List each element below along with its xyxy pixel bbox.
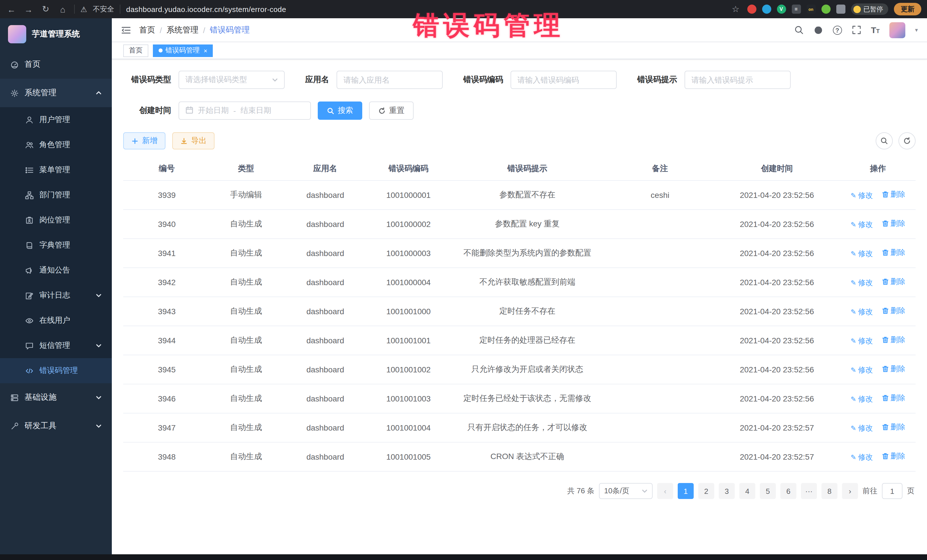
cell-message: 只有开启状态的任务，才可以修改 — [448, 413, 607, 442]
prev-page-button[interactable]: ‹ — [657, 483, 673, 499]
sidebar-item-label: 字典管理 — [40, 240, 70, 250]
delete-link[interactable]: 删除 — [882, 276, 905, 287]
sidebar-item-sms[interactable]: 短信管理 — [0, 333, 112, 358]
sidebar-logo-row[interactable]: 芋道管理系统 — [0, 18, 112, 50]
sidebar-item-dev-tools[interactable]: 研发工具 — [0, 412, 112, 440]
add-button[interactable]: 新增 — [123, 132, 166, 149]
page-size-select[interactable]: 10条/页 — [599, 483, 653, 499]
home-icon[interactable]: ⌂ — [57, 4, 68, 14]
breadcrumb-system[interactable]: 系统管理 — [167, 25, 199, 35]
date-range-picker[interactable]: 开始日期 - 结束日期 — [179, 102, 311, 120]
page-button[interactable]: 2 — [698, 483, 714, 499]
leaf-extension-icon[interactable] — [821, 5, 830, 14]
edit-link[interactable]: ✎修改 — [851, 423, 873, 433]
edit-link[interactable]: ✎修改 — [851, 336, 873, 346]
search-icon[interactable] — [794, 25, 804, 35]
sidebar-item-notices[interactable]: 通知公告 — [0, 258, 112, 283]
page-button[interactable]: 5 — [760, 483, 776, 499]
delete-link[interactable]: 删除 — [882, 335, 905, 345]
edit-label: 修改 — [858, 220, 873, 230]
delete-link[interactable]: 删除 — [882, 422, 905, 432]
font-size-icon[interactable]: TT — [871, 25, 880, 35]
sidebar-item-home[interactable]: 首页 — [0, 50, 112, 79]
edit-link[interactable]: ✎修改 — [851, 307, 873, 317]
sidebar-item-error-code[interactable]: 错误码管理 — [0, 358, 112, 383]
table-row: 3948 自动生成 dashboard 1001001005 CRON 表达式不… — [123, 442, 916, 471]
sidebar-item-positions[interactable]: 岗位管理 — [0, 208, 112, 233]
tab-error-code[interactable]: 错误码管理 × — [153, 44, 213, 57]
edit-link[interactable]: ✎修改 — [851, 394, 873, 404]
bars-extension-icon[interactable]: ≡ — [792, 5, 801, 14]
sidebar-item-system[interactable]: 系统管理 — [0, 79, 112, 107]
cell-id: 3943 — [123, 297, 211, 326]
toggle-search-icon[interactable] — [876, 132, 893, 149]
sidebar-item-users[interactable]: 用户管理 — [0, 107, 112, 132]
reload-icon[interactable]: ↻ — [40, 4, 51, 14]
sidebar-item-roles[interactable]: 角色管理 — [0, 132, 112, 157]
table-row: 3942 自动生成 dashboard 1001000004 不允许获取敏感配置… — [123, 268, 916, 297]
bookmark-star-icon[interactable]: ☆ — [730, 4, 741, 14]
reset-button[interactable]: 重置 — [369, 102, 413, 120]
edit-link[interactable]: ✎修改 — [851, 190, 873, 201]
breadcrumb-home[interactable]: 首页 — [139, 25, 155, 35]
sidebar-toggle-icon[interactable] — [121, 25, 131, 35]
cell-id: 3946 — [123, 384, 211, 413]
adblock-extension-icon[interactable] — [747, 5, 756, 14]
export-button[interactable]: 导出 — [172, 132, 214, 149]
page-button[interactable]: ··· — [801, 483, 817, 499]
page-button[interactable]: 4 — [739, 483, 755, 499]
profile-paused-badge[interactable]: 已暂停 — [851, 3, 888, 15]
help-icon[interactable]: ? — [833, 25, 842, 35]
app-name-input[interactable] — [343, 76, 436, 84]
error-message-input[interactable] — [691, 76, 784, 84]
error-code-input[interactable] — [517, 76, 610, 84]
back-icon[interactable]: ← — [6, 4, 17, 14]
edit-link[interactable]: ✎修改 — [851, 249, 873, 259]
sidebar-item-infrastructure[interactable]: 基础设施 — [0, 383, 112, 412]
github-icon[interactable] — [813, 25, 823, 35]
page-button[interactable]: 3 — [719, 483, 735, 499]
delete-link[interactable]: 删除 — [882, 306, 905, 316]
on-badge-extension-icon[interactable]: on — [806, 5, 816, 14]
goto-page-input[interactable] — [882, 483, 903, 499]
sidebar-item-label: 通知公告 — [40, 265, 70, 275]
refresh-table-icon[interactable] — [898, 132, 916, 149]
delete-link[interactable]: 删除 — [882, 219, 905, 229]
screen: 错误码管理 ← → ↻ ⌂ ⚠ 不安全 dashboard.yudao.ioco… — [0, 0, 927, 560]
search-button[interactable]: 搜索 — [318, 102, 362, 120]
delete-label: 删除 — [891, 189, 905, 200]
edit-link[interactable]: ✎修改 — [851, 220, 873, 230]
page-button[interactable]: 1 — [678, 483, 694, 499]
sidebar-item-dictionary[interactable]: 字典管理 — [0, 233, 112, 258]
close-tab-icon[interactable]: × — [204, 47, 207, 54]
sidebar-item-departments[interactable]: 部门管理 — [0, 182, 112, 208]
delete-link[interactable]: 删除 — [882, 247, 905, 258]
puzzle-extensions-icon[interactable] — [836, 5, 845, 14]
address-bar[interactable]: dashboard.yudao.iocoder.cn/system/error-… — [126, 5, 286, 14]
sidebar-item-menus[interactable]: 菜单管理 — [0, 157, 112, 182]
page-button[interactable]: 8 — [821, 483, 837, 499]
sidebar-item-online-users[interactable]: 在线用户 — [0, 308, 112, 333]
error-type-select[interactable]: 请选择错误码类型 — [179, 71, 285, 89]
next-page-button[interactable]: › — [842, 483, 858, 499]
edit-link[interactable]: ✎修改 — [851, 365, 873, 375]
sidebar-item-audit-log[interactable]: 审计日志 — [0, 283, 112, 308]
drop-extension-icon[interactable] — [762, 5, 771, 14]
avatar-caret-icon[interactable]: ▾ — [915, 27, 918, 33]
v-extension-icon[interactable]: V — [777, 5, 786, 14]
delete-link[interactable]: 删除 — [882, 451, 905, 461]
fullscreen-icon[interactable] — [851, 25, 861, 35]
page-button[interactable]: 6 — [780, 483, 796, 499]
forward-icon[interactable]: → — [23, 4, 34, 14]
search-icon — [327, 107, 334, 114]
user-avatar[interactable] — [889, 22, 905, 38]
edit-link[interactable]: ✎修改 — [851, 452, 873, 463]
delete-link[interactable]: 删除 — [882, 364, 905, 374]
delete-link[interactable]: 删除 — [882, 189, 905, 200]
edit-link[interactable]: ✎修改 — [851, 278, 873, 288]
delete-label: 删除 — [891, 219, 905, 229]
tab-home[interactable]: 首页 — [123, 44, 148, 57]
cell-created: 2021-04-20 23:52:56 — [714, 355, 840, 384]
delete-link[interactable]: 删除 — [882, 393, 905, 403]
chrome-update-button[interactable]: 更新 — [894, 3, 921, 15]
